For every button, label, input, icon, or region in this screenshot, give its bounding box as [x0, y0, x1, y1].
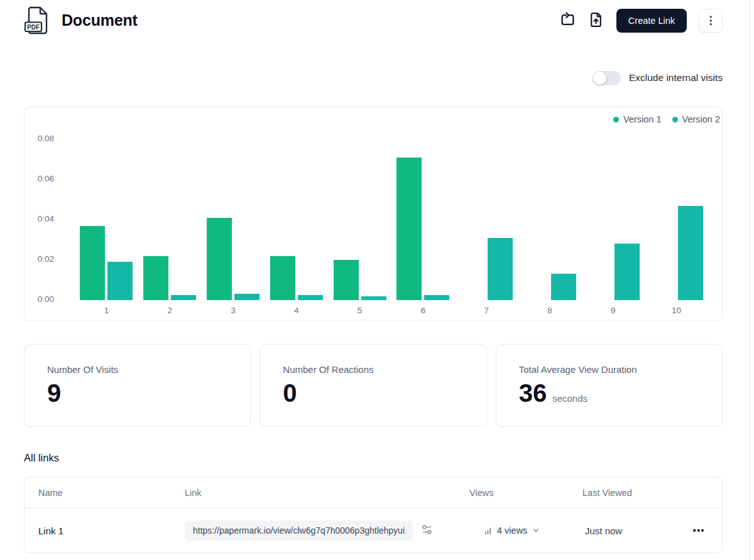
- column-header-views: Views: [469, 488, 560, 498]
- chart-bar: [143, 256, 168, 300]
- svg-text:PDF: PDF: [27, 23, 40, 30]
- stat-label: Number Of Visits: [47, 364, 227, 375]
- stat-value-duration: 36: [519, 380, 547, 406]
- new-version-rotate-button[interactable]: [560, 13, 576, 29]
- legend-item-version-2: Version 2: [672, 114, 720, 124]
- chart-legend: Version 1 Version 2: [613, 114, 720, 124]
- rotate-square-icon: [560, 12, 576, 30]
- column-header-link: Link: [185, 488, 469, 498]
- chart-bar-group: [328, 139, 391, 300]
- chart-bar: [207, 218, 232, 300]
- chart-bar-group: [645, 139, 708, 300]
- column-header-name: Name: [25, 488, 185, 498]
- pdf-file-icon: PDF: [24, 6, 49, 35]
- duration-chart-card: Version 1 Version 2 0:080:060:040:020:00…: [24, 107, 723, 321]
- header-actions: Create Link ⋮: [560, 9, 723, 33]
- create-link-button[interactable]: Create Link: [616, 9, 687, 33]
- chart-bar: [334, 260, 359, 300]
- link-last-viewed-cell: Just now •••: [560, 525, 722, 536]
- stat-value-reactions: 0: [283, 380, 297, 406]
- chart-bar: [361, 296, 386, 300]
- stats-row: Number Of Visits 9 Number Of Reactions 0…: [24, 344, 723, 427]
- legend-item-version-1: Version 1: [613, 114, 661, 124]
- chart-bar: [107, 262, 133, 300]
- upload-file-button[interactable]: [588, 13, 604, 29]
- chart-bar: [551, 274, 576, 300]
- chart-y-tick: 0:02: [25, 254, 54, 264]
- legend-label-version-1: Version 1: [623, 114, 661, 124]
- page-edge-divider: [750, 0, 750, 560]
- stat-label: Number Of Reactions: [283, 364, 463, 375]
- link-url-cell: https://papermark.io/view/clw6g7q7h0006p…: [185, 520, 469, 541]
- all-links-heading: All links: [24, 452, 723, 465]
- chart-bar: [298, 295, 323, 300]
- chart-x-tick: 7: [455, 306, 518, 315]
- chart-x-tick: 1: [75, 306, 138, 315]
- chart-bar-group: [265, 139, 328, 300]
- chart-bar-group: [391, 139, 455, 300]
- exclude-visits-row: Exclude internal visits: [24, 70, 723, 85]
- ellipsis-icon: •••: [693, 525, 705, 536]
- link-table-row: Link 1 https://papermark.io/view/clw6g7q…: [25, 509, 722, 552]
- chart-bar: [80, 226, 105, 300]
- toggle-knob: [593, 72, 606, 85]
- page-title: Document: [62, 11, 138, 30]
- link-name: Link 1: [25, 525, 185, 536]
- chart-x-labels: 12345678910: [75, 306, 708, 315]
- kebab-menu-icon: ⋮: [706, 14, 716, 26]
- stat-suffix: seconds: [552, 393, 587, 404]
- column-header-last-viewed: Last Viewed: [560, 488, 722, 498]
- chart-y-tick: 0:08: [25, 134, 54, 143]
- links-table-header: Name Link Views Last Viewed: [25, 477, 722, 509]
- stat-card-visits: Number Of Visits 9: [24, 344, 251, 427]
- legend-label-version-2: Version 2: [682, 114, 720, 124]
- chart-x-tick: 10: [645, 306, 708, 315]
- chart-bar: [424, 295, 449, 300]
- chart-x-tick: 3: [202, 306, 265, 315]
- chart-bar: [171, 295, 196, 300]
- bar-chart-icon: [483, 526, 493, 536]
- stat-card-duration: Total Average View Duration 36 seconds: [496, 344, 723, 427]
- exclude-internal-visits-toggle[interactable]: [593, 71, 621, 85]
- chart-bar-group: [581, 139, 645, 300]
- file-up-icon: [588, 12, 604, 30]
- chart-plot: [75, 139, 708, 300]
- chart-x-tick: 2: [138, 306, 202, 315]
- chart-bar: [488, 238, 513, 300]
- chart-y-tick: 0:00: [25, 294, 54, 304]
- chart-bar-group: [138, 139, 202, 300]
- sliders-icon: [421, 524, 433, 537]
- main-content: PDF Document: [0, 0, 754, 553]
- link-row-menu-button[interactable]: •••: [693, 525, 705, 536]
- link-last-viewed: Just now: [560, 525, 622, 536]
- chart-bar-group: [455, 139, 518, 300]
- stat-card-reactions: Number Of Reactions 0: [260, 344, 486, 427]
- exclude-visits-label: Exclude internal visits: [629, 72, 723, 83]
- chart-bar: [396, 158, 422, 300]
- chart-x-tick: 6: [391, 306, 455, 315]
- legend-dot-version-1: [613, 117, 619, 122]
- chart-y-tick: 0:06: [25, 174, 54, 183]
- chart-bar: [234, 294, 260, 300]
- chart-bar-group: [518, 139, 582, 300]
- chart-x-tick: 4: [265, 306, 328, 315]
- links-table: Name Link Views Last Viewed Link 1 https…: [24, 477, 723, 553]
- chart-x-tick: 8: [518, 306, 582, 315]
- chart-bar: [270, 256, 295, 300]
- link-settings-button[interactable]: [421, 524, 433, 537]
- chart-bar-group: [202, 139, 265, 300]
- legend-dot-version-2: [672, 117, 678, 122]
- app-header: PDF Document: [24, 0, 723, 29]
- chevron-down-icon: [532, 526, 540, 535]
- link-views-dropdown[interactable]: 4 views: [469, 525, 560, 536]
- chart-y-tick: 0:04: [25, 214, 54, 223]
- stat-value-visits: 9: [47, 380, 61, 406]
- link-url-copy-button[interactable]: https://papermark.io/view/clw6g7q7h0006p…: [185, 520, 413, 541]
- document-menu-button[interactable]: ⋮: [699, 9, 723, 33]
- chart-x-tick: 5: [328, 306, 391, 315]
- chart-x-tick: 9: [581, 306, 645, 315]
- chart-bar-group: [75, 139, 138, 300]
- stat-label: Total Average View Duration: [519, 364, 699, 375]
- link-views-count: 4 views: [497, 525, 527, 536]
- chart-bar: [615, 244, 640, 300]
